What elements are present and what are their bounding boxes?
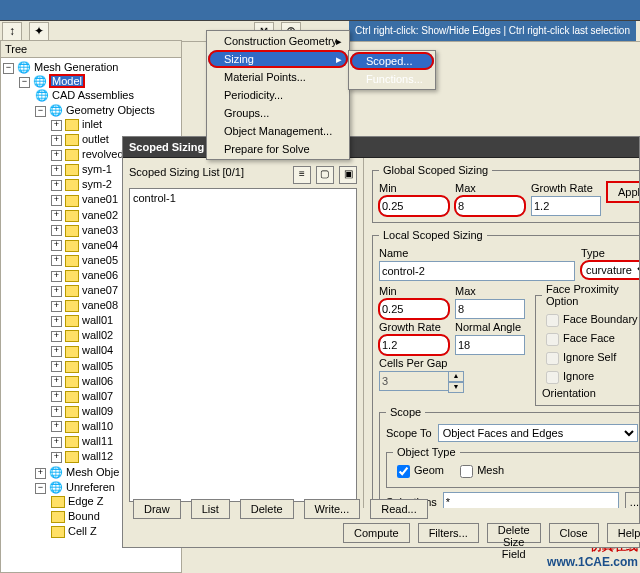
- cells-per-gap-input: [379, 371, 449, 391]
- menu-material-points[interactable]: Material Points...: [208, 68, 348, 86]
- fpo-face-boundary[interactable]: Face Boundary: [542, 311, 639, 330]
- local-max-input[interactable]: [455, 299, 525, 319]
- objtype-geom[interactable]: Geom: [393, 464, 444, 476]
- filters-button[interactable]: Filters...: [418, 523, 479, 543]
- expand-icon[interactable]: +: [51, 210, 62, 221]
- fpo-ignore-orientation-check: [546, 371, 559, 384]
- global-apply-button[interactable]: Apply: [607, 182, 639, 202]
- folder-icon: [65, 210, 79, 222]
- spin-up-icon[interactable]: ▲: [448, 371, 464, 382]
- global-max-input[interactable]: [455, 196, 525, 216]
- delete-button[interactable]: Delete: [240, 499, 294, 519]
- delete-size-field-button[interactable]: Delete Size Field: [487, 523, 541, 543]
- objtype-mesh[interactable]: Mesh: [456, 464, 504, 476]
- objtype-label: Mesh: [477, 464, 504, 476]
- expand-icon[interactable]: +: [51, 120, 62, 131]
- fpo-ignore-orientation[interactable]: Ignore Orientation: [542, 368, 639, 399]
- toolbar-icon-1[interactable]: ↕: [2, 22, 22, 42]
- read-button[interactable]: Read...: [370, 499, 427, 519]
- menu-prepare-for-solve[interactable]: Prepare for Solve: [208, 140, 348, 158]
- expand-icon[interactable]: +: [51, 150, 62, 161]
- local-legend: Local Scoped Sizing: [379, 229, 487, 241]
- scope-to-select[interactable]: Object Faces and Edges: [438, 424, 638, 442]
- selections-input[interactable]: [443, 492, 619, 508]
- list-tool-1[interactable]: ≡: [293, 166, 311, 184]
- list-button[interactable]: List: [191, 499, 230, 519]
- menu-sizing[interactable]: Sizing▸ Scoped... Functions...: [208, 50, 348, 68]
- expand-icon[interactable]: +: [51, 255, 62, 266]
- list-item[interactable]: control-1: [132, 191, 354, 205]
- expand-icon[interactable]: +: [51, 135, 62, 146]
- menu-object-management[interactable]: Object Management...: [208, 122, 348, 140]
- help-button[interactable]: Help: [607, 523, 640, 543]
- local-type-label: Type: [581, 247, 639, 261]
- expand-icon[interactable]: +: [51, 361, 62, 372]
- scoped-sizing-listbox[interactable]: control-1: [129, 188, 357, 502]
- folder-icon: [65, 376, 79, 388]
- expand-icon[interactable]: +: [51, 376, 62, 387]
- scope-legend: Scope: [386, 406, 425, 418]
- expand-icon[interactable]: +: [51, 301, 62, 312]
- menu-label: Prepare for Solve: [224, 143, 310, 155]
- local-type-select[interactable]: curvature: [581, 261, 639, 279]
- draw-button[interactable]: Draw: [133, 499, 181, 519]
- collapse-icon[interactable]: −: [35, 106, 46, 117]
- expand-icon[interactable]: +: [51, 421, 62, 432]
- local-growth-rate-input[interactable]: [379, 335, 449, 355]
- folder-icon: [65, 270, 79, 282]
- write-button[interactable]: Write...: [304, 499, 361, 519]
- list-tool-3[interactable]: ▣: [339, 166, 357, 184]
- folder-icon: [65, 391, 79, 403]
- expand-icon[interactable]: +: [51, 406, 62, 417]
- tree-root-label: Mesh Generation: [34, 61, 118, 73]
- expand-icon[interactable]: +: [51, 271, 62, 282]
- fpo-face-face[interactable]: Face Face: [542, 330, 639, 349]
- expand-icon[interactable]: +: [51, 316, 62, 327]
- objtype-geom-check[interactable]: [397, 465, 410, 478]
- spin-down-icon[interactable]: ▼: [448, 382, 464, 393]
- collapse-icon[interactable]: −: [35, 483, 46, 494]
- collapse-icon[interactable]: −: [3, 63, 14, 74]
- submenu-scoped[interactable]: Scoped...: [350, 52, 434, 70]
- expand-icon[interactable]: +: [51, 286, 62, 297]
- global-growth-rate-input[interactable]: [531, 196, 601, 216]
- tree-cad-assemblies[interactable]: 🌐 CAD Assemblies: [35, 88, 181, 103]
- expand-icon[interactable]: +: [51, 452, 62, 463]
- expand-icon[interactable]: +: [51, 437, 62, 448]
- folder-icon: [65, 179, 79, 191]
- compute-button[interactable]: Compute: [343, 523, 410, 543]
- expand-icon[interactable]: +: [51, 331, 62, 342]
- close-button[interactable]: Close: [549, 523, 599, 543]
- list-tool-2[interactable]: ▢: [316, 166, 334, 184]
- menu-periodicity[interactable]: Periodicity...: [208, 86, 348, 104]
- fpo-label: Ignore Self: [563, 351, 616, 363]
- expand-icon[interactable]: +: [51, 195, 62, 206]
- expand-icon[interactable]: +: [51, 391, 62, 402]
- expand-icon[interactable]: +: [35, 468, 46, 479]
- expand-icon[interactable]: +: [51, 225, 62, 236]
- objtype-mesh-check[interactable]: [460, 465, 473, 478]
- tree-item[interactable]: +inlet: [51, 117, 181, 132]
- tree-header: Tree: [1, 41, 181, 58]
- global-scoped-sizing-group: Global Scoped Sizing Min Max Growth Rate…: [372, 164, 639, 223]
- expand-icon[interactable]: +: [51, 240, 62, 251]
- folder-icon: [65, 164, 79, 176]
- expand-icon[interactable]: +: [51, 346, 62, 357]
- menu-label: Sizing: [224, 53, 254, 65]
- expand-icon[interactable]: +: [51, 180, 62, 191]
- submenu-functions[interactable]: Functions...: [350, 70, 434, 88]
- toolbar-icon-2[interactable]: ✦: [29, 22, 49, 42]
- folder-icon: [65, 361, 79, 373]
- menu-construction-geometry[interactable]: Construction Geometry▸: [208, 32, 348, 50]
- menu-groups[interactable]: Groups...: [208, 104, 348, 122]
- folder-icon: [65, 119, 79, 131]
- collapse-icon[interactable]: −: [19, 77, 30, 88]
- expand-icon[interactable]: +: [51, 165, 62, 176]
- local-name-input[interactable]: [379, 261, 575, 281]
- fpo-ignore-self[interactable]: Ignore Self: [542, 349, 639, 368]
- selections-browse-button[interactable]: ...: [625, 492, 639, 508]
- local-min-input[interactable]: [379, 299, 449, 319]
- global-min-input[interactable]: [379, 196, 449, 216]
- local-normal-angle-input[interactable]: [455, 335, 525, 355]
- global-max-label: Max: [455, 182, 525, 196]
